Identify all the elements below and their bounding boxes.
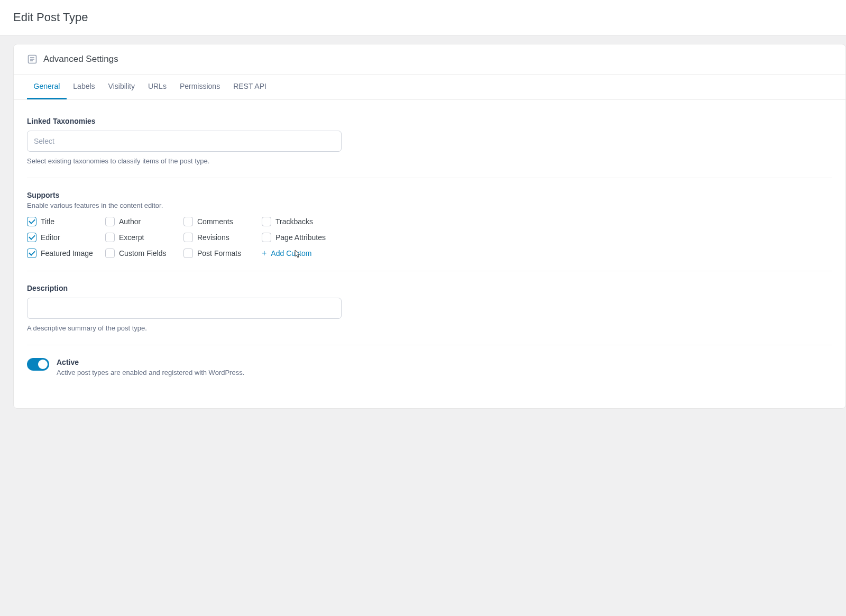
page-title: Edit Post Type (13, 11, 833, 24)
checkbox-label-excerpt: Excerpt (119, 233, 144, 242)
checkbox-item-title[interactable]: Title (27, 217, 105, 226)
add-custom-label: Add Custom (271, 249, 311, 258)
active-description: Active post types are enabled and regist… (57, 369, 244, 376)
checkbox-item-editor[interactable]: Editor (27, 233, 105, 242)
checkbox-comments[interactable] (183, 217, 193, 226)
card-header: Advanced Settings (14, 44, 845, 75)
page-header: Edit Post Type (0, 0, 846, 35)
checkbox-item-author[interactable]: Author (105, 217, 183, 226)
checkbox-title[interactable] (27, 217, 36, 226)
tabs: GeneralLabelsVisibilityURLsPermissionsRE… (14, 75, 845, 100)
settings-form-icon (27, 54, 38, 65)
checkbox-item-comments[interactable]: Comments (183, 217, 262, 226)
checkbox-custom-fields[interactable] (105, 249, 115, 258)
tab-permissions[interactable]: Permissions (173, 75, 226, 99)
checkbox-revisions[interactable] (183, 233, 193, 242)
description-help: A descriptive summary of the post type. (27, 324, 832, 332)
checkbox-author[interactable] (105, 217, 115, 226)
checkbox-post-formats[interactable] (183, 249, 193, 258)
tab-visibility[interactable]: Visibility (102, 75, 141, 99)
checkbox-item-post-formats[interactable]: Post Formats (183, 249, 262, 258)
checkbox-label-author: Author (119, 217, 141, 226)
checkbox-label-comments: Comments (197, 217, 233, 226)
description-input[interactable] (27, 298, 342, 319)
linked-taxonomies-select[interactable] (27, 131, 342, 152)
checkbox-editor[interactable] (27, 233, 36, 242)
tab-general[interactable]: General (27, 75, 67, 99)
tab-rest-api[interactable]: REST API (227, 75, 273, 99)
description-label: Description (27, 284, 832, 292)
checkbox-label-title: Title (41, 217, 54, 226)
checkbox-label-featured-image: Featured Image (41, 249, 93, 258)
active-toggle[interactable] (27, 358, 49, 371)
checkbox-item-custom-fields[interactable]: Custom Fields (105, 249, 183, 258)
checkbox-label-page-attributes: Page Attributes (275, 233, 326, 242)
supports-group: Supports Enable various features in the … (27, 178, 832, 271)
checkbox-featured-image[interactable] (27, 249, 36, 258)
linked-taxonomies-help: Select existing taxonomies to classify i… (27, 157, 832, 165)
checkbox-label-post-formats: Post Formats (197, 249, 241, 258)
checkbox-item-page-attributes[interactable]: Page Attributes (262, 233, 340, 242)
tab-labels[interactable]: Labels (67, 75, 102, 99)
supports-grid: TitleAuthorCommentsTrackbacksEditorExcer… (27, 217, 832, 258)
supports-label: Supports (27, 191, 832, 199)
supports-sublabel: Enable various features in the content e… (27, 201, 832, 209)
checkbox-item-trackbacks[interactable]: Trackbacks (262, 217, 340, 226)
tab-urls[interactable]: URLs (141, 75, 173, 99)
checkbox-page-attributes[interactable] (262, 233, 271, 242)
checkbox-item-excerpt[interactable]: Excerpt (105, 233, 183, 242)
active-label: Active (57, 358, 244, 366)
checkbox-trackbacks[interactable] (262, 217, 271, 226)
advanced-settings-card: Advanced Settings GeneralLabelsVisibilit… (13, 44, 846, 409)
checkbox-excerpt[interactable] (105, 233, 115, 242)
card-title: Advanced Settings (43, 54, 118, 65)
checkbox-label-trackbacks: Trackbacks (275, 217, 313, 226)
checkbox-item-revisions[interactable]: Revisions (183, 233, 262, 242)
plus-icon: + (262, 249, 266, 258)
active-group: Active Active post types are enabled and… (27, 345, 832, 389)
linked-taxonomies-label: Linked Taxonomies (27, 117, 832, 125)
checkbox-label-revisions: Revisions (197, 233, 229, 242)
linked-taxonomies-group: Linked Taxonomies Select existing taxono… (27, 104, 832, 178)
checkbox-label-editor: Editor (41, 233, 60, 242)
checkbox-label-custom-fields: Custom Fields (119, 249, 166, 258)
checkbox-item-featured-image[interactable]: Featured Image (27, 249, 105, 258)
add-custom-button[interactable]: +Add Custom (262, 249, 311, 258)
description-group: Description A descriptive summary of the… (27, 271, 832, 345)
